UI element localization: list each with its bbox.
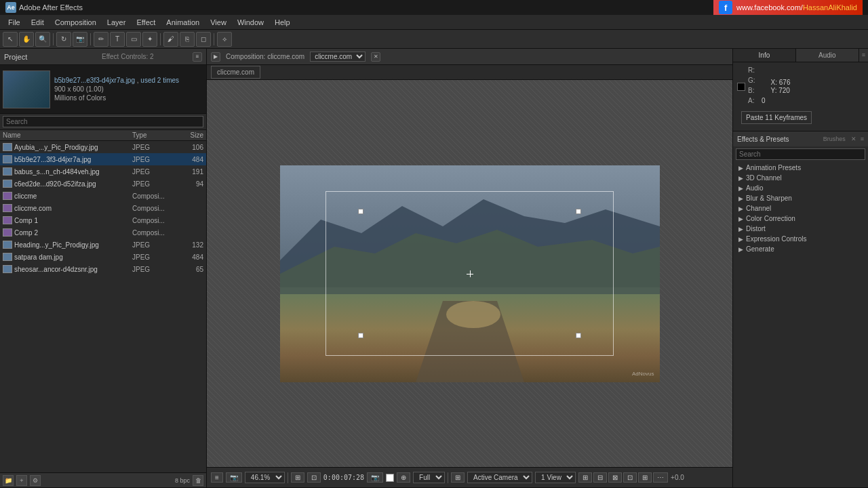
camera-dropdown[interactable]: Active Camera — [467, 472, 532, 483]
list-item[interactable]: c6ed2de...d920-d52ifza.jpg JPEG 94 — [0, 178, 206, 190]
menu-window[interactable]: Window — [232, 17, 269, 28]
composition-viewer[interactable]: AdNovus — [207, 80, 732, 467]
toolbar-sep-4 — [214, 33, 214, 45]
views-dropdown[interactable]: 1 View — [535, 472, 576, 483]
delete-button[interactable]: 🗑 — [193, 475, 203, 486]
vc-snapshot-btn[interactable]: 📷 — [226, 472, 242, 483]
list-item[interactable]: cliccme Composi... — [0, 190, 206, 202]
fb-url-name: HassanAliKhalid — [803, 3, 857, 12]
paste-keyframes-button[interactable]: Paste 11 Keyframes — [741, 111, 812, 124]
menu-layer[interactable]: Layer — [102, 17, 132, 28]
vc-color-btn[interactable] — [386, 474, 394, 482]
menu-effect[interactable]: Effect — [131, 17, 161, 28]
menu-file[interactable]: File — [3, 17, 26, 28]
preview-colors: Millions of Colors — [54, 94, 203, 102]
menu-help[interactable]: Help — [269, 17, 296, 28]
list-item[interactable]: cliccme.com Composi... — [0, 202, 206, 214]
effects-item-channel[interactable]: ▶Channel — [733, 203, 868, 214]
effects-item-audio[interactable]: ▶Audio — [733, 183, 868, 193]
arrow-icon: ▶ — [738, 185, 743, 192]
comp-breadcrumb-bar: cliccme.com — [207, 65, 732, 80]
list-item[interactable]: babus_s...n_ch-d484veh.jpg JPEG 191 — [0, 165, 206, 178]
color-swatch — [737, 83, 745, 91]
effects-item-distort[interactable]: ▶Distort — [733, 224, 868, 234]
toolbar-sep-1 — [53, 33, 54, 45]
effects-item-expression-controls[interactable]: ▶Expression Controls — [733, 234, 868, 244]
tool-puppet[interactable]: ⟡ — [217, 32, 232, 47]
inner-handle-tl[interactable] — [358, 209, 363, 214]
menu-edit[interactable]: Edit — [26, 17, 50, 28]
vc-pixel-btn[interactable]: ⊡ — [307, 472, 321, 483]
vc-view-icon-2[interactable]: ⊟ — [593, 472, 607, 483]
vc-view-icon-4[interactable]: ⊡ — [623, 472, 637, 483]
right-panel-menu[interactable]: ≡ — [859, 49, 868, 62]
list-item[interactable]: satpara dam.jpg JPEG 484 — [0, 251, 206, 263]
tab-info[interactable]: Info — [733, 49, 796, 62]
tool-text[interactable]: T — [110, 32, 125, 47]
new-comp-button[interactable]: + — [16, 475, 27, 486]
tool-eraser[interactable]: ◻ — [196, 32, 211, 47]
effects-search-input[interactable] — [736, 148, 865, 160]
tool-rotate[interactable]: ↻ — [56, 32, 71, 47]
vc-fit-btn[interactable]: ⊞ — [291, 472, 304, 483]
quality-dropdown[interactable]: Full — [413, 472, 445, 483]
comp-settings-btn[interactable]: ✕ — [371, 52, 380, 62]
list-item[interactable]: Comp 2 Composi... — [0, 226, 206, 239]
tab-audio[interactable]: Audio — [796, 49, 859, 62]
brushes-tab[interactable]: Brushes — [823, 136, 846, 142]
vc-camera-icon[interactable]: 📷 — [367, 472, 383, 483]
tool-shape-rect[interactable]: ▭ — [126, 32, 141, 47]
vc-view-icon-3[interactable]: ⊠ — [608, 472, 622, 483]
effects-item-animation-presets[interactable]: ▶Animation Presets — [733, 163, 868, 173]
list-item[interactable]: b5b9e27...3f3-d4jxr7a.jpg JPEG 484 — [0, 153, 206, 165]
right-panel: Info Audio ≡ R: G: B: — [732, 49, 868, 487]
effects-item-generate[interactable]: ▶Generate — [733, 244, 868, 254]
main-area: Project Effect Controls: 2 ≡ b5b9e27...e… — [0, 49, 868, 487]
effects-item-color-correction[interactable]: ▶Color Correction — [733, 214, 868, 224]
tool-select[interactable]: ↖ — [3, 32, 18, 47]
project-settings-button[interactable]: ⚙ — [30, 475, 41, 486]
watermark: AdNovus — [632, 371, 654, 377]
file-icon-comp — [3, 192, 12, 200]
comp-dropdown[interactable]: cliccme.com — [310, 52, 366, 62]
list-item[interactable]: Ayubia_...y_Pic_Prodigy.jpg JPEG 106 — [0, 141, 206, 153]
inner-handle-br[interactable] — [576, 333, 581, 338]
vc-safe-btn[interactable]: ⊕ — [397, 472, 410, 483]
tool-shape-star[interactable]: ✦ — [142, 32, 157, 47]
tool-camera[interactable]: 📷 — [73, 32, 87, 47]
effects-panel-menu[interactable]: ✕ — [851, 136, 856, 142]
vc-view-icon-6[interactable]: ⋯ — [653, 472, 668, 483]
menu-animation[interactable]: Animation — [161, 17, 205, 28]
tool-hand[interactable]: ✋ — [19, 32, 34, 47]
comp-header-label: Composition: cliccme.com — [226, 53, 304, 60]
breadcrumb-item[interactable]: cliccme.com — [211, 66, 260, 79]
list-item[interactable]: sheosar...ancor-d4dzsnr.jpg JPEG 65 — [0, 263, 206, 275]
tool-brush[interactable]: 🖌 — [163, 32, 178, 47]
viewer-image: AdNovus — [280, 165, 660, 382]
menu-view[interactable]: View — [205, 17, 232, 28]
project-panel-menu[interactable]: ≡ — [193, 52, 202, 62]
effects-panel-options[interactable]: ≡ — [861, 136, 864, 142]
effects-presets-panel: Effects & Presets Brushes ✕ ≡ ▶Animation… — [733, 131, 868, 487]
arrow-icon: ▶ — [738, 175, 743, 182]
inner-handle-bl[interactable] — [358, 333, 363, 338]
offset-display: +0.0 — [671, 474, 684, 481]
tool-clone[interactable]: ⎘ — [180, 32, 195, 47]
effects-item-blur-sharpen[interactable]: ▶Blur & Sharpen — [733, 193, 868, 203]
vc-grid-btn[interactable]: ⊞ — [451, 472, 465, 483]
x-value: X: 676 — [771, 79, 791, 86]
tool-pen[interactable]: ✏ — [94, 32, 108, 47]
inner-handle-tr[interactable] — [576, 209, 581, 214]
list-item[interactable]: Heading...y_Pic_Prodigy.jpg JPEG 132 — [0, 239, 206, 251]
project-search-input[interactable] — [3, 116, 203, 127]
zoom-dropdown[interactable]: 46.1% — [245, 472, 285, 483]
tool-zoom[interactable]: 🔍 — [35, 32, 50, 47]
list-item[interactable]: Comp 1 Composi... — [0, 214, 206, 226]
vc-view-icon-1[interactable]: ⊞ — [578, 472, 592, 483]
menu-composition[interactable]: Composition — [50, 17, 102, 28]
preview-dims: 900 x 600 (1.00) — [54, 85, 203, 93]
vc-menu-btn[interactable]: ≡ — [211, 472, 223, 483]
effects-item-3d-channel[interactable]: ▶3D Channel — [733, 173, 868, 183]
new-folder-button[interactable]: 📁 — [3, 475, 14, 486]
vc-view-icon-5[interactable]: ⊞ — [638, 472, 652, 483]
